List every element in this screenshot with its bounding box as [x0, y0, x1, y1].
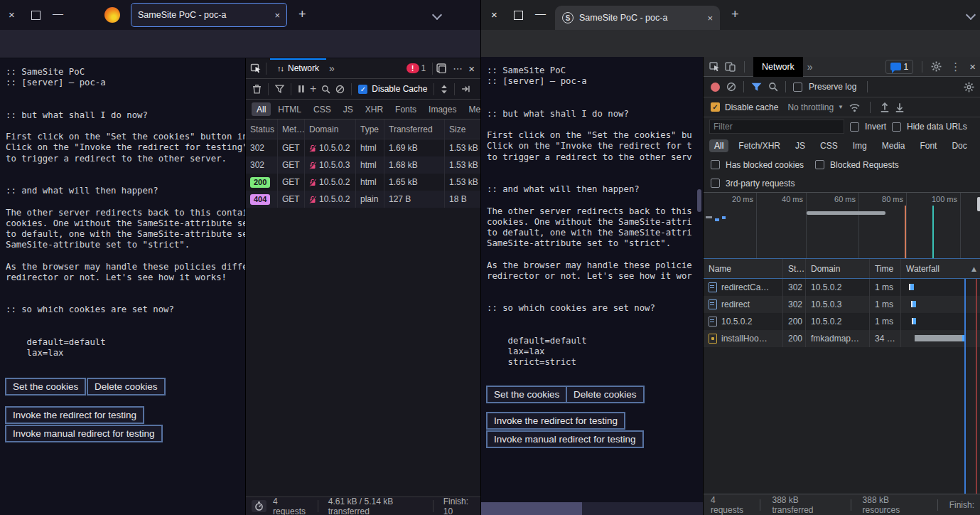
delete-cookies-button[interactable]: Delete cookies — [87, 378, 166, 395]
filter-html[interactable]: HTML — [273, 102, 306, 116]
import-har-icon[interactable] — [880, 102, 890, 112]
disable-cache-checkbox[interactable]: ✓ — [358, 85, 367, 94]
chrome-active-tab[interactable]: S SameSite PoC - poc-a × — [555, 6, 720, 30]
devtools-close-icon[interactable]: × — [468, 63, 475, 75]
filter-icon-active[interactable] — [751, 83, 762, 92]
devtools-options-icon[interactable]: ⋯ — [453, 63, 463, 74]
chip-js[interactable]: JS — [790, 139, 810, 152]
throttling-select[interactable]: No throttling ▼ — [787, 102, 844, 112]
more-devtools-tabs-icon[interactable]: » — [329, 63, 335, 74]
device-toolbar-icon[interactable] — [725, 61, 736, 72]
record-network-log-button[interactable] — [711, 83, 720, 92]
filter-fonts[interactable]: Fonts — [390, 102, 421, 116]
invoke-redirect-button[interactable]: Invoke the redirect for testing — [5, 406, 144, 424]
request-row[interactable]: 404 GET 10.5.0.2 plain 127 B 18 B — [246, 191, 480, 208]
request-row[interactable]: installHoo… 200 fmkadmap… 34 … — [704, 330, 980, 347]
window-close-button[interactable]: × — [491, 9, 497, 20]
block-requests-icon[interactable] — [335, 85, 345, 94]
invert-checkbox[interactable]: ✓ — [850, 122, 859, 132]
hide-data-urls-checkbox[interactable]: ✓ — [892, 122, 901, 132]
has-blocked-cookies-checkbox[interactable]: ✓ — [711, 160, 720, 169]
console-messages-button[interactable]: 1 — [885, 60, 914, 74]
invoke-manual-redirect-button[interactable]: Invoke manual redirect for testing — [486, 430, 644, 448]
chip-img[interactable]: Img — [848, 139, 872, 152]
throttling-select-icon[interactable] — [441, 85, 448, 94]
chip-doc[interactable]: Doc — [947, 139, 971, 152]
filter-urls-icon[interactable] — [275, 85, 284, 93]
clear-requests-icon[interactable] — [252, 84, 262, 94]
chip-all[interactable]: All — [709, 139, 728, 152]
filter-all[interactable]: All — [252, 102, 271, 116]
column-waterfall[interactable]: Waterfall▲ — [901, 259, 980, 278]
set-cookies-button[interactable]: Set the cookies — [486, 386, 567, 403]
column-name[interactable]: Name — [704, 259, 783, 278]
network-settings-gear-icon[interactable] — [964, 82, 974, 92]
performance-analysis-button[interactable] — [252, 500, 266, 512]
column-domain[interactable]: Domain — [806, 259, 870, 278]
column-status[interactable]: St… — [783, 259, 806, 278]
clear-network-log-icon[interactable] — [726, 82, 736, 92]
column-time[interactable]: Time — [870, 259, 901, 278]
request-row[interactable]: 200 GET 10.5.0.2 html 1.65 kB 1.53 kB — [246, 174, 480, 191]
devtools-menu-kebab-icon[interactable]: ⋮ — [950, 60, 961, 73]
invoke-manual-redirect-button[interactable]: Invoke manual redirect for testing — [5, 425, 163, 442]
inspect-element-icon[interactable] — [709, 61, 721, 72]
column-status[interactable]: Status — [246, 120, 278, 139]
set-cookies-button[interactable]: Set the cookies — [5, 378, 86, 395]
devtools-tab-network[interactable]: ↑↓ Network — [270, 58, 326, 79]
pick-element-icon[interactable] — [250, 63, 262, 74]
export-har-icon[interactable] — [895, 102, 905, 112]
disable-cache-checkbox[interactable]: ✓ — [711, 102, 720, 112]
window-maximize-button[interactable] — [31, 11, 41, 20]
request-row[interactable]: 302 GET 10.5.0.2 html 1.69 kB 1.53 kB — [246, 139, 480, 156]
more-devtools-tabs-icon[interactable]: » — [807, 61, 813, 73]
column-domain[interactable]: Domain — [305, 120, 356, 139]
invoke-redirect-button[interactable]: Invoke the redirect for testing — [486, 412, 625, 430]
pause-traffic-icon[interactable] — [298, 85, 305, 93]
column-size[interactable]: Size — [445, 120, 480, 139]
error-badge-icon[interactable]: ! — [406, 63, 419, 73]
devtools-scrollbar-thumb[interactable] — [977, 197, 980, 211]
column-method[interactable]: Met… — [278, 120, 305, 139]
window-minimize-button[interactable]: — — [535, 8, 546, 18]
filter-css[interactable]: CSS — [308, 102, 336, 116]
window-close-button[interactable]: × — [9, 9, 15, 20]
split-console-icon[interactable] — [436, 63, 447, 73]
request-row[interactable]: redirect 302 10.5.0.3 1 ms — [704, 296, 980, 313]
chip-css[interactable]: CSS — [815, 139, 843, 152]
tab-close-icon[interactable]: × — [707, 14, 713, 23]
filter-js[interactable]: JS — [338, 102, 358, 116]
firefox-active-tab[interactable]: SameSite PoC - poc-a × — [131, 3, 287, 27]
horizontal-scrollbar[interactable] — [481, 502, 703, 515]
request-row[interactable]: 10.5.0.2 200 10.5.0.2 1 ms — [704, 313, 980, 330]
chip-ws[interactable]: WS — [977, 139, 980, 152]
devtools-tab-network[interactable]: Network — [753, 57, 803, 77]
search-requests-icon[interactable] — [321, 85, 330, 94]
tab-close-icon[interactable]: × — [274, 11, 280, 20]
add-request-icon[interactable]: + — [310, 83, 316, 95]
preserve-log-checkbox[interactable]: ✓ — [793, 83, 802, 92]
settings-gear-icon[interactable] — [931, 61, 942, 72]
horizontal-scrollbar-thumb[interactable] — [481, 502, 582, 515]
devtools-close-icon[interactable]: × — [969, 60, 976, 73]
network-conditions-icon[interactable] — [849, 102, 861, 112]
new-tab-button[interactable]: + — [731, 8, 739, 21]
search-icon[interactable] — [768, 82, 778, 92]
har-export-icon[interactable] — [461, 85, 470, 93]
chip-fetch-xhr[interactable]: Fetch/XHR — [733, 139, 785, 152]
third-party-requests-checkbox[interactable]: ✓ — [711, 179, 720, 188]
network-overview-timeline[interactable]: 20 ms 40 ms 60 ms 80 ms 100 ms — [704, 193, 980, 259]
tab-list-chevron-icon[interactable] — [432, 10, 442, 20]
vertical-scrollbar-thumb[interactable] — [697, 189, 701, 212]
filter-media[interactable]: Media — [463, 102, 480, 116]
chip-media[interactable]: Media — [877, 139, 910, 152]
delete-cookies-button[interactable]: Delete cookies — [566, 386, 645, 403]
filter-input[interactable] — [709, 120, 844, 134]
filter-images[interactable]: Images — [424, 102, 461, 116]
request-row[interactable]: 302 GET 10.5.0.3 html 1.68 kB 1.53 kB — [246, 156, 480, 174]
column-type[interactable]: Type — [356, 120, 384, 139]
filter-xhr[interactable]: XHR — [360, 102, 388, 116]
blocked-requests-checkbox[interactable]: ✓ — [815, 160, 824, 169]
chip-font[interactable]: Font — [915, 139, 942, 152]
window-minimize-button[interactable]: — — [53, 8, 63, 18]
